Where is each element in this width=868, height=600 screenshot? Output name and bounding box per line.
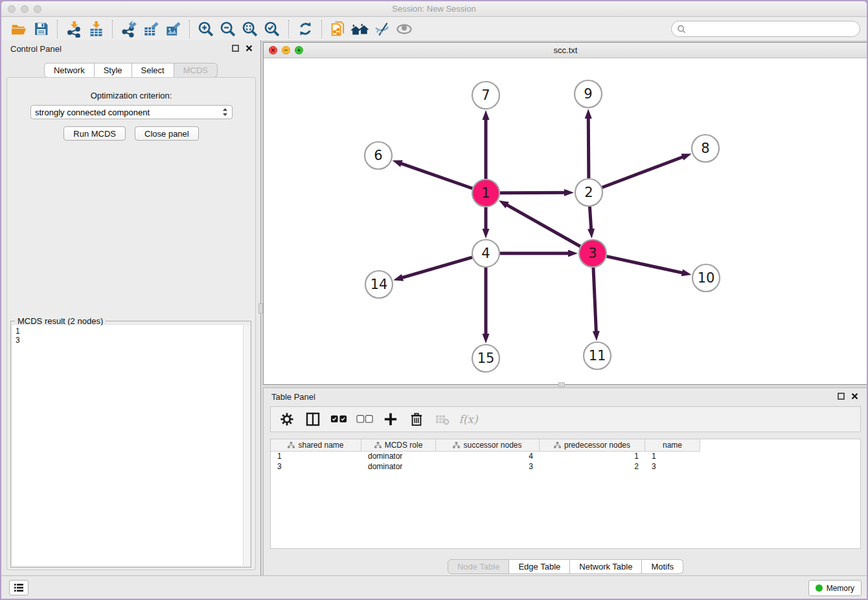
edge-1-6[interactable]	[400, 163, 472, 189]
show-columns-icon[interactable]	[304, 411, 321, 428]
edge-3-1[interactable]	[506, 205, 580, 247]
table-row[interactable]: 1dominator411	[271, 452, 860, 462]
edge-2-9[interactable]	[588, 117, 589, 178]
edge-arrowhead	[393, 160, 403, 167]
edge-2-8[interactable]	[602, 157, 684, 188]
table-cell[interactable]: 3	[271, 462, 361, 472]
column-header-name[interactable]: name	[645, 439, 700, 452]
export-table-icon[interactable]	[140, 19, 162, 39]
table-cell[interactable]: 1	[271, 452, 361, 462]
edge-arrowhead	[564, 189, 574, 196]
edge-3-11[interactable]	[593, 268, 596, 332]
tab-select[interactable]: Select	[132, 63, 174, 78]
column-header-successor-nodes[interactable]: successor nodes	[436, 439, 540, 452]
horizontal-splitter-handle[interactable]	[558, 382, 565, 387]
delete-column-icon[interactable]	[408, 411, 425, 428]
zoom-out-icon[interactable]	[217, 19, 239, 39]
column-header-shared-name[interactable]: shared name	[271, 439, 361, 452]
list-icon	[14, 583, 24, 592]
save-session-icon[interactable]	[30, 19, 52, 39]
edge-arrowhead	[593, 331, 600, 341]
table-row[interactable]: 3dominator323	[271, 462, 860, 472]
main-toolbar	[1, 17, 867, 41]
close-panel-icon[interactable]	[246, 45, 253, 52]
delete-table-icon	[434, 411, 451, 428]
export-image-icon[interactable]	[162, 19, 184, 39]
column-header-label: predecessor nodes	[564, 441, 630, 450]
table-cell[interactable]: 4	[436, 452, 540, 462]
toolbar-separator	[288, 20, 289, 38]
mcds-panel: Optimization criterion: strongly connect…	[6, 77, 256, 570]
edge-1-2[interactable]	[500, 192, 565, 193]
column-type-icon	[288, 442, 295, 448]
tab-style[interactable]: Style	[95, 63, 132, 78]
table-settings-gear-icon[interactable]	[279, 411, 295, 428]
export-network-icon[interactable]	[118, 19, 140, 39]
table-cell[interactable]: 1	[645, 452, 700, 462]
table-cell[interactable]: 2	[540, 462, 645, 472]
column-header-predecessor-nodes[interactable]: predecessor nodes	[540, 439, 645, 452]
open-session-icon[interactable]	[8, 19, 30, 39]
tab-edge-table[interactable]: Edge Table	[509, 559, 570, 574]
close-panel-button[interactable]: Close panel	[135, 126, 199, 141]
edge-4-14[interactable]	[402, 257, 472, 278]
mcds-result-text[interactable]: 1 3	[12, 325, 243, 566]
table-cell[interactable]: 3	[645, 462, 700, 472]
table-cell[interactable]: 3	[436, 462, 540, 472]
table-panel-tabs: Node Table Edge Table Network Table Moti…	[264, 559, 867, 574]
app-title: Session: New Session	[1, 4, 867, 14]
edge-arrowhead	[483, 229, 490, 238]
refresh-icon[interactable]	[294, 19, 316, 39]
hide-panels-eye-icon[interactable]	[371, 19, 393, 39]
home-icon[interactable]	[349, 19, 371, 39]
zoom-selected-icon[interactable]	[261, 19, 283, 39]
vertical-splitter-handle[interactable]	[258, 303, 263, 314]
graph-node-label-6: 6	[374, 148, 382, 163]
column-header-label: shared name	[298, 441, 343, 450]
search-box[interactable]	[671, 21, 860, 37]
zoom-in-icon[interactable]	[195, 19, 217, 39]
run-mcds-button[interactable]: Run MCDS	[63, 126, 126, 141]
control-panel: Control Panel Network Style Select MCDS …	[1, 40, 261, 577]
task-history-button[interactable]	[9, 580, 29, 595]
deselect-all-rows-icon[interactable]	[356, 411, 373, 428]
edge-arrowhead	[483, 334, 490, 343]
select-all-rows-icon[interactable]	[330, 411, 347, 428]
zoom-fit-icon[interactable]	[239, 19, 261, 39]
table-toolbar: f(x)	[270, 406, 861, 432]
graph-node-label-8: 8	[701, 141, 709, 156]
import-table-icon[interactable]	[85, 19, 107, 39]
result-scrollbar[interactable]	[243, 325, 249, 566]
import-network-icon[interactable]	[63, 19, 85, 39]
float-panel-icon[interactable]	[232, 45, 239, 52]
search-input[interactable]	[690, 23, 860, 36]
memory-button[interactable]: Memory	[808, 580, 862, 596]
network-graph[interactable]: 7968124314101511	[264, 58, 867, 384]
table-header-row: shared nameMCDS rolesuccessor nodesprede…	[271, 439, 860, 452]
table-cell[interactable]: 1	[540, 452, 645, 462]
open-network-file-icon[interactable]	[327, 19, 349, 39]
tab-motifs[interactable]: Motifs	[642, 559, 683, 574]
table-panel-title: Table Panel	[271, 392, 315, 402]
column-header-MCDS-role[interactable]: MCDS role	[361, 439, 436, 452]
tab-network[interactable]: Network	[44, 63, 95, 78]
application-window: Session: New Session	[1, 1, 867, 599]
network-canvas[interactable]: 7968124314101511	[264, 58, 867, 384]
edge-2-3[interactable]	[589, 207, 591, 230]
close-table-panel-icon[interactable]	[851, 393, 858, 400]
network-view-title: scc.txt	[264, 45, 867, 55]
edge-3-10[interactable]	[606, 257, 683, 273]
tab-node-table[interactable]: Node Table	[448, 559, 510, 574]
edge-arrowhead	[483, 110, 490, 120]
float-table-panel-icon[interactable]	[838, 393, 845, 400]
toolbar-separator	[112, 20, 113, 38]
graph-node-label-1: 1	[481, 185, 490, 201]
add-column-icon[interactable]	[382, 411, 399, 428]
tab-mcds[interactable]: MCDS	[174, 63, 218, 78]
criterion-select[interactable]: strongly connected component	[30, 105, 233, 119]
table-cell[interactable]: dominator	[361, 452, 436, 462]
table-cell[interactable]: dominator	[361, 462, 436, 472]
graph-node-label-3: 3	[588, 246, 597, 261]
mcds-result-group: MCDS result (2 nodes) 1 3	[10, 321, 251, 568]
tab-network-table[interactable]: Network Table	[570, 559, 642, 574]
